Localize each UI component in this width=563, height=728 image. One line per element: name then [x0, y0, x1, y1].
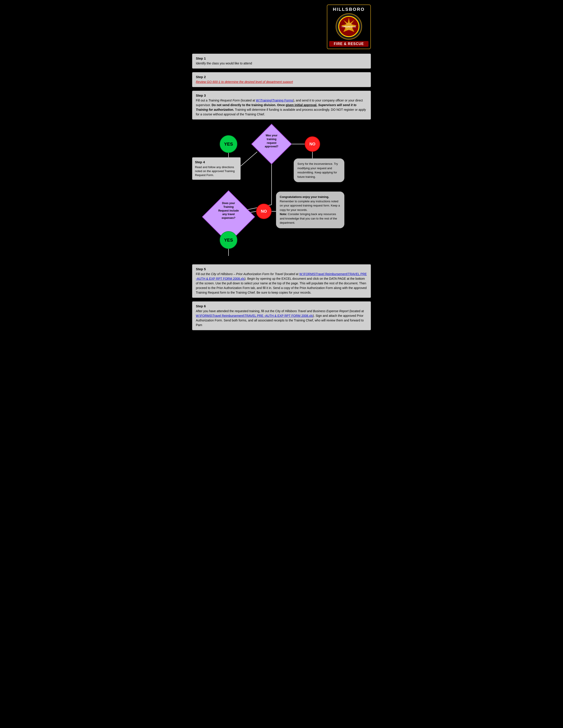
congrats-box: Congratulations enjoy your training. Rem…	[276, 191, 345, 228]
step6-title: Step 6	[196, 304, 367, 308]
svg-text:FIRE&RESCUE: FIRE&RESCUE	[342, 26, 356, 28]
step3-part1: Fill out a	[196, 99, 208, 102]
congrats-text: Remember to complete any instructions no…	[280, 199, 341, 212]
yes-circle-2: YES	[220, 231, 237, 249]
no-circle-2: NO	[256, 204, 271, 219]
yes2-line	[228, 249, 229, 256]
step4-box: Step 4 Read and follow any directions no…	[192, 157, 241, 180]
step6-part1: After you have attended the requested tr…	[196, 309, 298, 313]
step2-title: Step 2	[196, 75, 367, 79]
step4-title: Step 4	[195, 160, 238, 164]
diamond-travel-label: Does yourTrainingRequest includeany trav…	[210, 201, 247, 220]
step3-title: Step 3	[196, 94, 367, 97]
step3-part2: (located at	[240, 99, 256, 102]
no-circle-1: NO	[305, 136, 320, 152]
svg-line-5	[241, 152, 257, 166]
step5-content: Fill out the City of Hillsboro – Prior A…	[196, 272, 367, 295]
step5-box: Step 5 Fill out the City of Hillsboro – …	[192, 264, 371, 298]
step6-part2: (located at	[349, 309, 364, 313]
logo-emblem: FIRE&RESCUE	[336, 13, 362, 40]
yes-circle-1: YES	[220, 135, 237, 153]
step5-italic1: City of Hillsboro – Prior Authorization …	[211, 272, 283, 276]
sorry-text: Sorry for the inconvenience. Try modifyi…	[298, 162, 338, 178]
step5-title: Step 5	[196, 267, 367, 271]
step6-link[interactable]: W:\FORMS\Travel Reimbursement\TRAVEL PRE…	[196, 314, 313, 317]
logo-hillsboro: HILLSBORO	[329, 7, 369, 12]
step3-link[interactable]: W:\Training\Training Forms	[256, 99, 293, 102]
sorry-box: Sorry for the inconvenience. Try modifyi…	[294, 158, 345, 182]
step3-box: Step 3 Fill out a Training Request Form …	[192, 91, 371, 120]
step1-title: Step 1	[196, 56, 367, 60]
note-text: Consider bringing back any resources and…	[280, 212, 337, 224]
step5-part2: (located at	[283, 272, 299, 276]
flowchart: YES Was yourtrainingrequestapproved? NO …	[192, 123, 371, 260]
header: HILLSBORO FIRE&RESCUE FIRE & RESCUE	[192, 4, 371, 49]
step3-content: Fill out a Training Request Form (locate…	[196, 98, 367, 117]
note-bold: Note:	[280, 212, 287, 216]
step1-box: Step 1 Identify the class you would like…	[192, 54, 371, 69]
logo-box: HILLSBORO FIRE&RESCUE FIRE & RESCUE	[327, 4, 371, 49]
step6-italic1: Travel and Business Expense Report	[298, 309, 349, 313]
step3-form-name: Training Request Form	[208, 99, 240, 102]
step5-part1: Fill out the	[196, 272, 211, 276]
step6-box: Step 6 After you have attended the reque…	[192, 301, 371, 330]
congrats-bold: Congratulations enjoy your training.	[280, 195, 329, 199]
step2-link[interactable]: Review GO 600-1 to determine the desired…	[196, 80, 293, 84]
step6-content: After you have attended the requested tr…	[196, 309, 367, 327]
step2-content: Review GO 600-1 to determine the desired…	[196, 80, 367, 84]
step4-content: Read and follow any directions noted on …	[195, 165, 238, 177]
fire-rescue-label: FIRE & RESCUE	[329, 41, 369, 47]
step1-content: Identify the class you would like to att…	[196, 61, 367, 66]
diamond-approved-label: Was yourtrainingrequestapproved?	[258, 134, 285, 148]
step2-box: Step 2 Review GO 600-1 to determine the …	[192, 72, 371, 87]
